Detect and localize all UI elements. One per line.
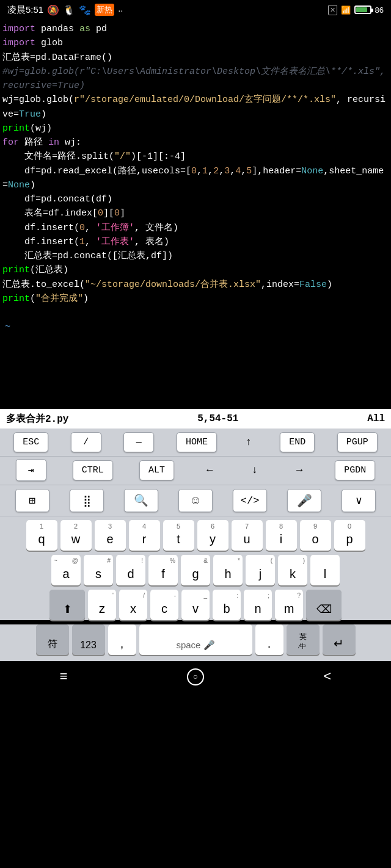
key-h[interactable]: * h bbox=[213, 555, 243, 585]
keyboard-row-2: ~ @ a # s ! d % f & g * h ( j ) k bbox=[1, 555, 390, 585]
status-line: 多表合并2.py 5,54-51 All bbox=[0, 409, 391, 429]
filename-label: 多表合并2.py bbox=[6, 413, 68, 425]
menu-button[interactable]: ≡ bbox=[60, 670, 68, 685]
more-icon: ·· bbox=[118, 5, 123, 15]
key-o[interactable]: 9 o bbox=[300, 520, 331, 551]
ctrl-button[interactable]: CTRL bbox=[73, 460, 113, 480]
battery-percent: 86 bbox=[375, 5, 384, 15]
time-display: 凌晨5:51 bbox=[7, 4, 43, 16]
chevron-down-icon[interactable]: ∨ bbox=[342, 489, 376, 512]
key-c[interactable]: - c bbox=[150, 590, 178, 620]
comma-button[interactable]: , bbox=[108, 624, 136, 655]
wifi-icon: 📶 bbox=[341, 5, 351, 15]
key-n[interactable]: ; n bbox=[244, 590, 272, 620]
qq-icon: 🐧 bbox=[63, 4, 75, 16]
key-l[interactable]: l bbox=[310, 555, 340, 585]
battery-icon bbox=[354, 5, 371, 14]
keyboard-toolbar-row1: ESC / — HOME ↑ END PGUP bbox=[0, 429, 391, 457]
shift-button[interactable]: ⬆ bbox=[49, 590, 85, 620]
keyboard-toolbar-row2: ⇥ CTRL ALT ← ↓ → PGDN bbox=[0, 457, 391, 485]
dash-button[interactable]: — bbox=[123, 432, 154, 452]
search-icon[interactable]: 🔍 bbox=[124, 489, 158, 512]
notification-icon: 🔕 bbox=[47, 4, 59, 16]
keyboard-row-1: 1 q 2 w 3 e 4 r 5 t 6 y 7 u 8 i bbox=[1, 520, 390, 551]
key-p[interactable]: 0 p bbox=[334, 520, 365, 551]
esc-button[interactable]: ESC bbox=[13, 432, 48, 452]
sym-button[interactable]: 符 bbox=[36, 624, 69, 655]
key-s[interactable]: # s bbox=[84, 555, 113, 585]
key-a[interactable]: ~ @ a bbox=[51, 555, 81, 585]
mic-icon[interactable]: 🎤 bbox=[287, 489, 321, 512]
key-i[interactable]: 8 i bbox=[266, 520, 297, 551]
nav-bar: ≡ ○ < bbox=[0, 661, 391, 690]
num-button[interactable]: 123 bbox=[72, 624, 105, 655]
key-z[interactable]: ' z bbox=[88, 590, 116, 620]
sim-icon: ✕ bbox=[328, 5, 337, 15]
key-b[interactable]: : b bbox=[213, 590, 241, 620]
weixin-icon: 🐾 bbox=[79, 4, 91, 16]
key-k[interactable]: ) k bbox=[278, 555, 307, 585]
key-x[interactable]: / x bbox=[119, 590, 147, 620]
key-g[interactable]: & g bbox=[181, 555, 210, 585]
end-button[interactable]: END bbox=[280, 432, 315, 452]
cursor-position: 5,54-51 bbox=[197, 413, 238, 424]
home-button[interactable]: ○ bbox=[187, 668, 204, 685]
pgdn-button[interactable]: PGDN bbox=[335, 460, 375, 480]
code-editor[interactable]: import pandas as pd import glob 汇总表=pd.D… bbox=[0, 18, 391, 409]
keyboard-bottom-row: 符 123 , space 🎤 . 英∕中 ↵ bbox=[0, 624, 391, 661]
tab-button[interactable]: ⇥ bbox=[16, 459, 46, 481]
key-f[interactable]: % f bbox=[148, 555, 178, 585]
right-arrow-button[interactable]: → bbox=[290, 460, 309, 480]
key-w[interactable]: 2 w bbox=[60, 520, 92, 551]
key-m[interactable]: ? m bbox=[275, 590, 303, 620]
keyboard-row-3: ⬆ ' z / x - c _ v : b ; n ? m bbox=[1, 590, 390, 620]
period-button[interactable]: . bbox=[255, 624, 283, 655]
emoji-icon[interactable]: ☺ bbox=[178, 489, 213, 512]
up-arrow-button[interactable]: ↑ bbox=[239, 432, 257, 452]
enter-button[interactable]: ↵ bbox=[323, 624, 356, 655]
space-button[interactable]: space 🎤 bbox=[139, 624, 252, 655]
grid4-icon[interactable]: ⣿ bbox=[70, 489, 104, 512]
key-t[interactable]: 5 t bbox=[163, 520, 194, 551]
backspace-button[interactable]: ⌫ bbox=[306, 590, 342, 620]
key-d[interactable]: ! d bbox=[116, 555, 145, 585]
keyboard: 1 q 2 w 3 e 4 r 5 t 6 y 7 u 8 i bbox=[0, 516, 391, 620]
slash-button[interactable]: / bbox=[71, 432, 101, 452]
key-r[interactable]: 4 r bbox=[129, 520, 160, 551]
down-arrow-button[interactable]: ↓ bbox=[246, 460, 264, 480]
status-left: 凌晨5:51 🔕 🐧 🐾 新热 ·· bbox=[7, 4, 123, 16]
grid2-icon[interactable]: ⊞ bbox=[15, 489, 49, 512]
key-e[interactable]: 3 e bbox=[95, 520, 126, 551]
left-arrow-button[interactable]: ← bbox=[200, 460, 219, 480]
home-button[interactable]: HOME bbox=[177, 432, 217, 452]
key-y[interactable]: 6 y bbox=[197, 520, 228, 551]
hot-icon: 新热 bbox=[95, 4, 114, 16]
status-right: ✕ 📶 86 bbox=[328, 5, 384, 15]
key-j[interactable]: ( j bbox=[246, 555, 275, 585]
alt-button[interactable]: ALT bbox=[139, 460, 174, 480]
lang-switch-button[interactable]: 英∕中 bbox=[287, 624, 320, 655]
key-u[interactable]: 7 u bbox=[232, 520, 263, 551]
pgup-button[interactable]: PGUP bbox=[337, 432, 378, 452]
code-icon[interactable]: </> bbox=[233, 489, 267, 512]
key-v[interactable]: _ v bbox=[181, 590, 210, 620]
back-button[interactable]: < bbox=[323, 670, 331, 685]
status-bar: 凌晨5:51 🔕 🐧 🐾 新热 ·· ✕ 📶 86 bbox=[0, 0, 391, 18]
keyboard-special-row: ⊞ ⣿ 🔍 ☺ </> 🎤 ∨ bbox=[0, 485, 391, 516]
key-q[interactable]: 1 q bbox=[26, 520, 57, 551]
mode-label: All bbox=[367, 413, 385, 424]
